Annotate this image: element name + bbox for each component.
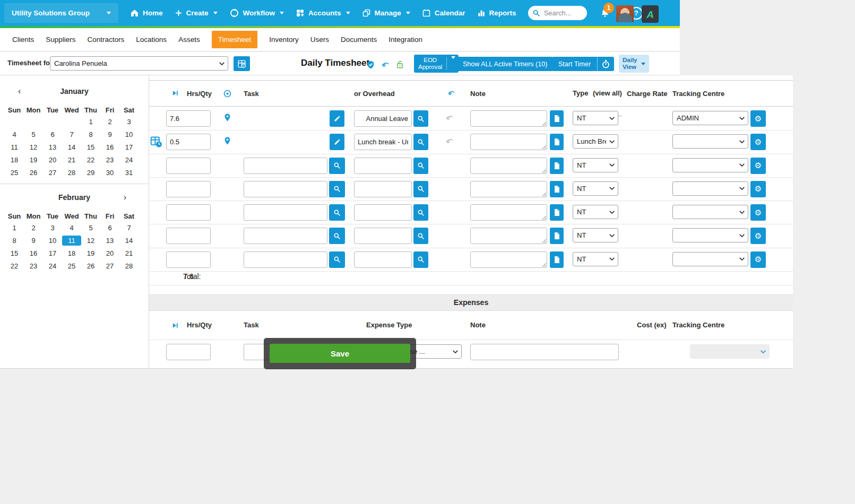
task-input[interactable] <box>244 251 327 268</box>
edit-task-button[interactable] <box>330 110 344 127</box>
calendar-day[interactable]: 22 <box>81 155 100 165</box>
overhead-search-button[interactable] <box>413 251 428 268</box>
timesheet-settings-button[interactable] <box>234 56 250 71</box>
signature-squiggle-icon[interactable] <box>445 137 454 147</box>
note-textarea[interactable] <box>470 204 547 221</box>
calendar-day[interactable]: 17 <box>119 142 139 152</box>
calendar-day[interactable]: 11 <box>62 236 81 246</box>
overhead-input[interactable] <box>354 228 412 244</box>
calendar-day[interactable]: 30 <box>100 168 119 178</box>
calendar-day[interactable]: 7 <box>119 223 139 233</box>
user-avatar[interactable] <box>616 5 634 22</box>
calendar-day[interactable]: 28 <box>62 168 81 178</box>
view-mode-button[interactable]: DailyView <box>619 55 649 73</box>
overhead-input[interactable] <box>354 134 412 150</box>
hours-input[interactable] <box>166 228 211 244</box>
search-input[interactable] <box>543 8 579 18</box>
type-select[interactable]: Lunch Bre <box>573 134 618 149</box>
type-select[interactable]: NT <box>573 205 618 219</box>
calendar-day[interactable]: 28 <box>119 261 139 271</box>
nav-item-manage[interactable]: Manage <box>362 8 410 18</box>
type-select[interactable]: NT <box>573 181 618 196</box>
edit-task-button[interactable] <box>330 134 344 150</box>
task-search-button[interactable] <box>329 158 345 174</box>
calendar-day[interactable]: 20 <box>100 248 119 258</box>
type-select[interactable]: NT <box>573 252 618 266</box>
calendar-day[interactable]: 4 <box>62 223 81 233</box>
tab-timesheet[interactable]: Timesheet <box>212 31 258 48</box>
note-document-button[interactable] <box>550 181 564 197</box>
calendar-day[interactable]: 23 <box>100 155 119 165</box>
start-timer-button[interactable]: Start Timer <box>552 57 614 71</box>
calendar-next-arrow[interactable]: › <box>120 193 129 202</box>
skip-to-end-icon[interactable] <box>171 321 179 332</box>
calendar-day[interactable]: 19 <box>24 155 43 165</box>
note-document-button[interactable] <box>550 204 564 221</box>
hours-input[interactable] <box>166 204 211 221</box>
note-textarea[interactable] <box>470 134 547 150</box>
overhead-input[interactable] <box>354 110 412 127</box>
tracking-centre-select[interactable] <box>672 158 748 172</box>
type-select[interactable]: NT <box>573 111 618 125</box>
calendar-day[interactable]: 16 <box>24 248 43 258</box>
row-settings-button[interactable]: ⚙ <box>750 228 766 244</box>
calendar-day[interactable]: 1 <box>81 117 100 127</box>
nav-item-calendar[interactable]: Calendar <box>422 8 465 18</box>
calendar-day[interactable]: 4 <box>5 129 24 140</box>
calendar-day[interactable]: 21 <box>62 155 81 165</box>
timesheet-user-select[interactable]: Carolina Penuela <box>50 56 228 71</box>
task-search-button[interactable] <box>329 228 345 244</box>
tracking-centre-select[interactable] <box>672 228 748 242</box>
overhead-input[interactable] <box>354 158 412 174</box>
tab-users[interactable]: Users <box>310 36 329 44</box>
calendar-day[interactable]: 14 <box>62 142 81 152</box>
tracking-centre-select[interactable] <box>672 134 748 149</box>
note-document-button[interactable] <box>550 134 564 150</box>
tab-assets[interactable]: Assets <box>178 36 200 44</box>
location-pin-icon[interactable] <box>223 136 231 149</box>
calendar-day[interactable]: 18 <box>5 155 24 165</box>
row-settings-button[interactable]: ⚙ <box>750 204 766 221</box>
task-input[interactable] <box>244 228 327 244</box>
calendar-day[interactable]: 3 <box>43 223 62 233</box>
calendar-day[interactable]: 14 <box>119 236 139 246</box>
note-document-button[interactable] <box>550 251 564 268</box>
expense-note-input[interactable] <box>470 344 619 360</box>
tracking-centre-select[interactable] <box>672 181 748 196</box>
row-settings-button[interactable]: ⚙ <box>750 134 766 150</box>
row-settings-button[interactable]: ⚙ <box>750 181 766 197</box>
note-document-button[interactable] <box>550 228 564 244</box>
task-search-button[interactable] <box>329 251 345 268</box>
overhead-input[interactable] <box>354 251 412 268</box>
calendar-day[interactable]: 17 <box>43 248 62 258</box>
hours-input[interactable] <box>166 251 211 268</box>
calendar-day[interactable]: 3 <box>119 117 139 127</box>
hours-input[interactable] <box>166 181 211 197</box>
note-textarea[interactable] <box>470 228 547 244</box>
tab-integration[interactable]: Integration <box>388 36 422 44</box>
calendar-day[interactable]: 19 <box>81 248 100 258</box>
nav-item-create[interactable]: Create <box>175 9 218 17</box>
tab-contractors[interactable]: Contractors <box>88 36 125 44</box>
calendar-day[interactable]: 6 <box>100 223 119 233</box>
note-textarea[interactable] <box>470 110 547 127</box>
note-textarea[interactable] <box>470 158 547 174</box>
type-select[interactable]: NT <box>573 228 618 242</box>
tab-clients[interactable]: Clients <box>12 36 34 44</box>
calendar-day[interactable]: 2 <box>100 117 119 127</box>
tab-inventory[interactable]: Inventory <box>269 36 299 44</box>
calendar-day[interactable]: 11 <box>5 142 24 152</box>
tracking-centre-select[interactable] <box>672 205 748 219</box>
calendar-day[interactable]: 12 <box>81 236 100 246</box>
task-input[interactable] <box>244 158 327 174</box>
calendar-day[interactable]: 9 <box>100 129 119 140</box>
task-search-button[interactable] <box>329 204 345 221</box>
calendar-day[interactable]: 24 <box>43 261 62 271</box>
org-switcher[interactable]: Utility Solutions Group <box>4 3 118 23</box>
overhead-search-button[interactable] <box>413 158 428 174</box>
show-all-active-timers-button[interactable]: Show ALL Active Timers (10) <box>457 57 553 71</box>
expense-tracking-select[interactable] <box>690 344 770 359</box>
calendar-day[interactable]: 23 <box>24 261 43 271</box>
type-select[interactable]: NT <box>573 158 618 172</box>
calendar-day[interactable]: 9 <box>24 236 43 246</box>
